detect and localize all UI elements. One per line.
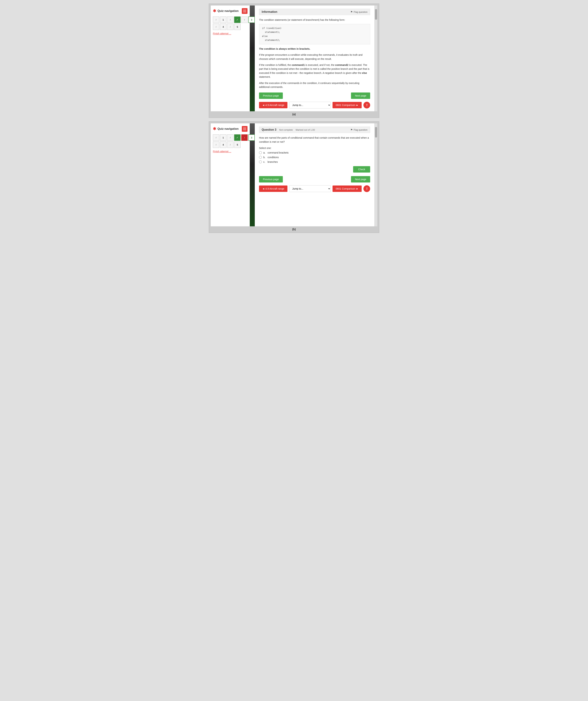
back-nav-button-a[interactable]: ◄ 4.9 Aircraft range: [259, 102, 287, 108]
flag-question-a[interactable]: ⚑ Flag question: [351, 10, 368, 13]
para2-bold2: command2: [335, 63, 348, 66]
info-header-a: Information ⚑ Flag question: [259, 9, 370, 15]
para2-pre: If the condition is fulfilled, the: [259, 63, 292, 66]
question-status-b: Not complete: [279, 129, 293, 131]
nav-cell-b-i1[interactable]: i: [213, 135, 219, 141]
bottom-nav-b: ◄ 4.9 Aircraft range Jump to... 0601 Com…: [259, 185, 370, 192]
nav-cell-b-1[interactable]: 1: [220, 135, 226, 141]
finish-attempt-b[interactable]: Finish attempt ...: [213, 150, 247, 153]
scrollbar-thumb-a[interactable]: [375, 9, 377, 20]
check-button[interactable]: Check: [353, 166, 370, 173]
question-title-b: Question 3: [262, 128, 276, 132]
nav-grid-a: i 1 i ✓ i 3 i 4 i 5: [213, 16, 247, 30]
nav-cell-a-i3[interactable]: i: [241, 16, 248, 23]
option-a-text: command brackets: [267, 151, 288, 154]
option-b-letter: b.: [263, 156, 266, 159]
nav-cell-b-i3[interactable]: i: [241, 135, 248, 141]
para3-a: After the execution of the commands in t…: [259, 81, 370, 89]
sidebar-b-title-group: ✱ Quiz navigation: [213, 127, 239, 131]
next-page-button-b[interactable]: Next page: [351, 176, 370, 183]
para2-a: If the condition is fulfilled, the comma…: [259, 63, 370, 79]
question-text-b: How are named the parts of conditional c…: [259, 136, 370, 144]
nav-cell-b-i2[interactable]: i: [227, 135, 233, 141]
hamburger-button-b[interactable]: [242, 126, 247, 132]
option-c-letter: c.: [263, 161, 266, 163]
nav-cell-b-5[interactable]: 5: [234, 142, 240, 148]
jump-select-a[interactable]: Jump to...: [289, 102, 331, 108]
code-pre-a: if (condition) statement1; else statemen…: [262, 26, 367, 42]
hamburger-button[interactable]: [242, 8, 247, 14]
radio-option-c[interactable]: [259, 161, 262, 163]
flag-question-b[interactable]: ⚑ Flag question: [351, 128, 368, 131]
scrollbar-a[interactable]: [374, 5, 377, 111]
figure-container: ✱ Quiz navigation i 1 i ✓: [209, 4, 379, 233]
nav-grid-b: i 1 i ✓ i 3 i 4 i 5: [213, 135, 247, 148]
nav-cell-a-1[interactable]: 1: [220, 16, 226, 23]
previous-page-button-a[interactable]: Previous page: [259, 92, 283, 99]
code-block-a: if (condition) statement1; else statemen…: [259, 24, 370, 44]
forward-nav-button-a[interactable]: 0601 Comparison ►: [333, 102, 362, 108]
panel-a-layout: ✱ Quiz navigation i 1 i ✓: [211, 5, 377, 111]
jump-select-b[interactable]: Jump to...: [289, 185, 331, 192]
nav-cell-b-2[interactable]: ✓: [234, 135, 240, 141]
nav-cell-b-3[interactable]: 3: [248, 135, 255, 141]
main-content-b: Question 3 Not complete Marked out of 1.…: [255, 124, 374, 226]
sidebar-b-title: Quiz navigation: [217, 127, 239, 131]
nav-row-b-1: i 1 i ✓ i 3: [213, 135, 247, 141]
nav-row-b-2: i 4 i 5: [213, 142, 247, 148]
nav-cell-a-i1[interactable]: i: [213, 16, 219, 23]
nav-cell-b-4[interactable]: 4: [220, 142, 226, 148]
scroll-top-button-b[interactable]: ⇧: [363, 185, 370, 192]
bold-line-a: The condition is always written in brack…: [259, 47, 370, 51]
nav-cell-b-i5[interactable]: i: [227, 142, 233, 148]
bottom-nav-a: ◄ 4.9 Aircraft range Jump to... 0601 Com…: [259, 102, 370, 108]
para2-bold1: command1: [292, 63, 305, 66]
flag-label-b: Flag question: [354, 129, 368, 131]
sidebar-a: ✱ Quiz navigation i 1 i ✓: [211, 5, 250, 111]
nav-buttons-a: Previous page Next page: [259, 92, 370, 99]
nav-cell-a-i5[interactable]: i: [227, 24, 233, 30]
asterisk-icon-b: ✱: [213, 127, 216, 131]
nav-row-a-2: i 4 i 5: [213, 24, 247, 30]
forward-nav-button-b[interactable]: 0601 Comparison ►: [333, 186, 362, 192]
scrollbar-thumb-b[interactable]: [375, 127, 377, 138]
flag-icon-b: ⚑: [351, 128, 353, 131]
hamburger-line-3: [243, 12, 246, 12]
panel-a: ✱ Quiz navigation i 1 i ✓: [209, 4, 379, 118]
asterisk-icon: ✱: [213, 9, 216, 13]
sidebar-a-title: Quiz navigation: [217, 9, 239, 13]
para2-mid: is executed, and if not, the: [305, 63, 335, 66]
main-content-a: Information ⚑ Flag question The conditio…: [255, 5, 374, 111]
back-nav-button-b[interactable]: ◄ 4.9 Aircraft range: [259, 186, 287, 192]
finish-attempt-a[interactable]: Finish attempt ...: [213, 32, 247, 35]
nav-cell-a-i4[interactable]: i: [213, 24, 219, 30]
hamburger-line-b-2: [243, 129, 246, 129]
nav-cell-a-3[interactable]: 3: [248, 16, 255, 23]
nav-cell-a-i2[interactable]: i: [227, 16, 233, 23]
scrollbar-b[interactable]: [374, 124, 377, 226]
flag-label-a: Flag question: [354, 11, 368, 13]
hamburger-line-b-3: [243, 130, 246, 130]
option-c-row: c. branches: [259, 161, 370, 163]
nav-cell-a-5[interactable]: 5: [234, 24, 240, 30]
hamburger-line-2: [243, 11, 246, 11]
previous-page-button-b[interactable]: Previous page: [259, 176, 283, 183]
nav-cell-b-i4[interactable]: i: [213, 142, 219, 148]
nav-cell-a-4[interactable]: 4: [220, 24, 226, 30]
nav-buttons-b: Previous page Next page: [259, 176, 370, 183]
intro-text-a: The condition statements (or statement o…: [259, 18, 370, 22]
nav-row-a-1: i 1 i ✓ i 3: [213, 16, 247, 23]
radio-option-b[interactable]: [259, 156, 262, 159]
hamburger-line-1: [243, 10, 246, 10]
para1-a: If the program encounters a condition wh…: [259, 53, 370, 61]
sidebar-b: ✱ Quiz navigation i 1 i ✓: [211, 124, 250, 226]
option-b-row: b. conditions: [259, 156, 370, 159]
nav-cell-a-2[interactable]: ✓: [234, 16, 240, 23]
para2-bold3: else: [362, 71, 367, 74]
next-page-button-a[interactable]: Next page: [351, 92, 370, 99]
radio-option-a[interactable]: [259, 151, 262, 154]
scroll-top-button-a[interactable]: ⇧: [363, 102, 370, 108]
check-btn-row: Check: [259, 166, 370, 173]
question-marked-b: Marked out of 1.00: [296, 129, 315, 131]
option-b-text: conditions: [267, 156, 279, 159]
